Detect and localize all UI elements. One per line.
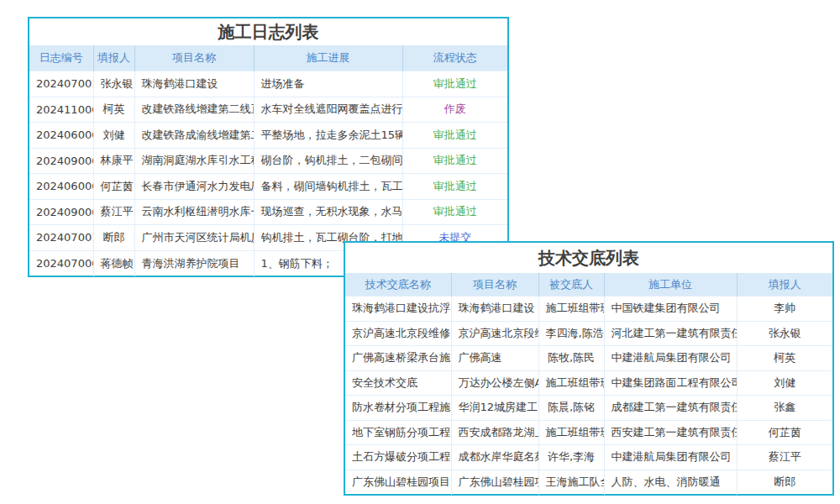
disclosure-project-link[interactable]: 西安成都路龙湖上... — [451, 420, 538, 445]
disclosure-table-row[interactable]: 广东佛山碧桂园项目... 广东佛山碧桂园项目 王海施工队全队 人防、水电、消防暖… — [345, 470, 832, 495]
disclosure-project-link[interactable]: 广东佛山碧桂园项目 — [451, 470, 538, 495]
disclosure-col-header-reporter: 填报人 — [737, 273, 832, 297]
disclosure-reporter-link[interactable]: 李帅 — [737, 297, 832, 322]
disclosure-briefed-text: 王海施工队全队 — [538, 470, 604, 495]
disclosure-table-row[interactable]: 地下室钢筋分项工程... 西安成都路龙湖上... 施工班组带班... 西安建工第… — [345, 420, 832, 445]
log-id-link[interactable]: 2024070011 — [29, 71, 93, 97]
technical-disclosure-table: 技术交底名称 项目名称 被交底人 施工单位 填报人 珠海鹤港口建设抗浮... 珠… — [345, 273, 832, 495]
log-table-row[interactable]: 2024110002 柯英 改建铁路线增建第二线直... 水车对全线遮阳网覆盖点… — [29, 97, 507, 123]
log-reporter-link[interactable]: 林康平 — [93, 148, 134, 174]
status-badge: 审批通过 — [433, 76, 477, 92]
disclosure-name-link[interactable]: 珠海鹤港口建设抗浮... — [345, 297, 451, 322]
log-id-link[interactable]: 2024060005 — [29, 174, 93, 200]
disclosure-col-header-name: 技术交底名称 — [345, 273, 451, 297]
log-id-link[interactable]: 2024060006 — [29, 123, 93, 149]
technical-disclosure-panel: 技术交底列表 技术交底名称 项目名称 被交底人 施工单位 填报人 珠海鹤港口建设… — [344, 241, 834, 496]
disclosure-table-row[interactable]: 广佛高速桥梁承台施... 广佛高速 陈牧,陈民 中建港航局集团有限公司 柯英 — [345, 346, 832, 371]
log-reporter-link[interactable]: 蔡江平 — [93, 199, 134, 225]
log-reporter-link[interactable]: 断郎 — [93, 225, 134, 251]
log-project-link[interactable]: 广州市天河区统计局机房... — [134, 225, 254, 251]
disclosure-table-row[interactable]: 防水卷材分项工程施... 华润12城房建工... 陈晨,陈铭 成都建工第一建筑有… — [345, 396, 832, 421]
log-id-link[interactable]: 2024090009 — [29, 199, 93, 225]
disclosure-name-link[interactable]: 安全技术交底 — [345, 370, 451, 396]
log-project-link[interactable]: 青海洪湖养护院项目 — [134, 250, 254, 276]
log-table-row[interactable]: 2024060005 何芷茵 长春市伊通河水力发电厂... 备料，砌间墙钩机排土… — [29, 174, 507, 200]
log-progress-text: 水车对全线遮阳网覆盖点进行... — [254, 97, 402, 123]
disclosure-reporter-link[interactable]: 张永银 — [737, 321, 832, 346]
disclosure-name-link[interactable]: 京沪高速北京段维修... — [345, 321, 451, 346]
disclosure-reporter-link[interactable]: 张鑫 — [737, 396, 832, 421]
disclosure-project-link[interactable]: 京沪高速北京段维修 — [451, 321, 538, 346]
disclosure-project-link[interactable]: 广佛高速 — [451, 346, 538, 371]
disclosure-name-link[interactable]: 防水卷材分项工程施... — [345, 396, 451, 421]
disclosure-briefed-text: 陈晨,陈铭 — [538, 396, 604, 421]
log-project-link[interactable]: 湖南洞庭湖水库引水工程... — [134, 148, 254, 174]
log-status-cell: 作废 — [402, 97, 507, 123]
construction-log-panel: 施工日志列表 日志编号 填报人 项目名称 施工进展 流程状态 202407001… — [28, 17, 509, 277]
log-status-cell: 审批通过 — [402, 148, 507, 174]
log-col-header-project: 项目名称 — [134, 45, 254, 71]
disclosure-unit-text: 中建港航局集团有限公司 — [604, 445, 737, 470]
log-status-cell: 审批通过 — [402, 71, 507, 97]
log-reporter-link[interactable]: 张永银 — [93, 71, 134, 97]
log-id-link[interactable]: 2024090009 — [29, 148, 93, 174]
log-table-row[interactable]: 2024090009 蔡江平 云南水利枢纽潜明水库一... 现场巡查，无积水现象… — [29, 199, 507, 225]
disclosure-briefed-text: 李四海,陈浩 — [538, 321, 604, 346]
log-status-cell: 审批通过 — [402, 123, 507, 149]
disclosure-unit-text: 中国铁建集团有限公司 — [604, 297, 737, 322]
disclosure-project-link[interactable]: 成都水岸华庭名苑... — [451, 445, 538, 470]
log-id-link[interactable]: 2024070011 — [29, 225, 93, 251]
disclosure-name-link[interactable]: 广佛高速桥梁承台施... — [345, 346, 451, 371]
disclosure-briefed-text: 施工班组带班... — [538, 370, 604, 396]
log-col-header-id: 日志编号 — [29, 45, 93, 71]
log-table-row[interactable]: 2024090009 林康平 湖南洞庭湖水库引水工程... 砌台阶，钩机排土，二… — [29, 148, 507, 174]
log-project-link[interactable]: 改建铁路成渝线增建第二... — [134, 123, 254, 149]
log-project-link[interactable]: 云南水利枢纽潜明水库一... — [134, 199, 254, 225]
log-id-link[interactable]: 2024110002 — [29, 97, 93, 123]
log-id-link[interactable]: 2024070009 — [29, 250, 93, 276]
log-progress-text: 备料，砌间墙钩机排土，瓦工... — [254, 174, 402, 200]
disclosure-briefed-text: 陈牧,陈民 — [538, 346, 604, 371]
status-badge: 审批通过 — [433, 204, 477, 219]
disclosure-reporter-link[interactable]: 何芷茵 — [737, 420, 832, 445]
disclosure-project-link[interactable]: 华润12城房建工... — [451, 396, 538, 421]
disclosure-table-row[interactable]: 京沪高速北京段维修... 京沪高速北京段维修 李四海,陈浩 河北建工第一建筑有限… — [345, 321, 832, 346]
disclosure-col-header-unit: 施工单位 — [604, 273, 737, 297]
disclosure-unit-text: 河北建工第一建筑有限责任公司 — [604, 321, 737, 346]
disclosure-reporter-link[interactable]: 断郎 — [737, 470, 832, 495]
disclosure-reporter-link[interactable]: 蔡江平 — [737, 445, 832, 470]
disclosure-table-row[interactable]: 安全技术交底 万达办公楼左侧A... 施工班组带班... 中建集团路面工程有限公… — [345, 370, 832, 396]
log-project-link[interactable]: 长春市伊通河水力发电厂... — [134, 174, 254, 200]
log-reporter-link[interactable]: 柯英 — [93, 97, 134, 123]
log-project-link[interactable]: 珠海鹤港口建设 — [134, 71, 254, 97]
disclosure-unit-text: 中建港航局集团有限公司 — [604, 346, 737, 371]
log-reporter-link[interactable]: 何芷茵 — [93, 174, 134, 200]
log-project-link[interactable]: 改建铁路线增建第二线直... — [134, 97, 254, 123]
disclosure-unit-text: 西安建工第一建筑有限责任公司 — [604, 420, 737, 445]
status-badge: 审批通过 — [433, 128, 477, 143]
disclosure-name-link[interactable]: 广东佛山碧桂园项目... — [345, 470, 451, 495]
disclosure-unit-text: 成都建工第一建筑有限责任公司 — [604, 396, 737, 421]
log-reporter-link[interactable]: 蒋德帧 — [93, 250, 134, 276]
disclosure-header-row: 技术交底名称 项目名称 被交底人 施工单位 填报人 — [345, 273, 832, 297]
disclosure-table-row[interactable]: 土石方爆破分项工程... 成都水岸华庭名苑... 许华,李海 中建港航局集团有限… — [345, 445, 832, 470]
disclosure-project-link[interactable]: 珠海鹤港口建设 — [451, 297, 538, 322]
log-table-row[interactable]: 2024060006 刘健 改建铁路成渝线增建第二... 平整场地，拉走多余泥土… — [29, 123, 507, 149]
log-reporter-link[interactable]: 刘健 — [93, 123, 134, 149]
disclosure-col-header-project: 项目名称 — [451, 273, 538, 297]
disclosure-unit-text: 人防、水电、消防暖通 — [604, 470, 737, 495]
log-status-cell: 审批通过 — [402, 199, 507, 225]
disclosure-table-row[interactable]: 珠海鹤港口建设抗浮... 珠海鹤港口建设 施工班组带班... 中国铁建集团有限公… — [345, 297, 832, 322]
disclosure-reporter-link[interactable]: 刘健 — [737, 370, 832, 396]
disclosure-reporter-link[interactable]: 柯英 — [737, 346, 832, 371]
log-col-header-progress: 施工进展 — [254, 45, 402, 71]
log-table-row[interactable]: 2024070011 张永银 珠海鹤港口建设 进场准备 审批通过 — [29, 71, 507, 97]
log-progress-text: 进场准备 — [254, 71, 402, 97]
disclosure-name-link[interactable]: 地下室钢筋分项工程... — [345, 420, 451, 445]
status-badge: 审批通过 — [433, 153, 477, 168]
disclosure-name-link[interactable]: 土石方爆破分项工程... — [345, 445, 451, 470]
log-col-header-status: 流程状态 — [402, 45, 507, 71]
disclosure-project-link[interactable]: 万达办公楼左侧A... — [451, 370, 538, 396]
status-badge: 作废 — [444, 102, 466, 117]
log-status-cell: 审批通过 — [402, 174, 507, 200]
